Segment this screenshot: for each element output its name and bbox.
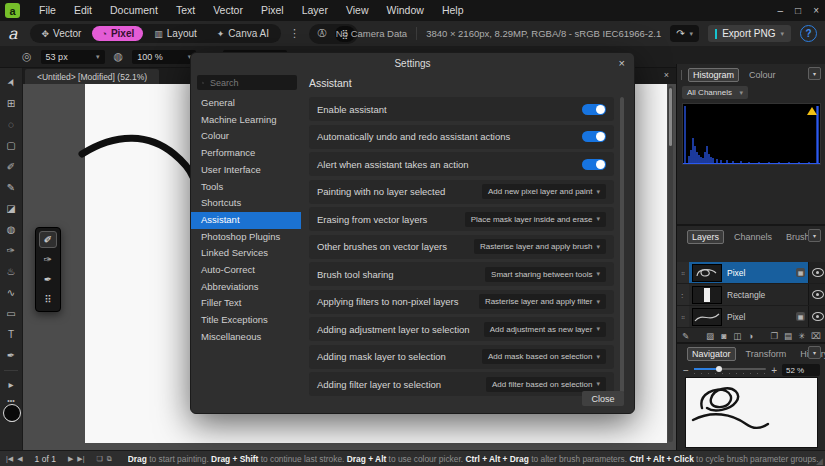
close-icon[interactable]: × <box>813 0 819 21</box>
settings-category-shortcuts[interactable]: Shortcuts <box>191 195 301 212</box>
export-png-button[interactable]: Export PNG ▾ <box>708 25 791 42</box>
settings-category-user-interface[interactable]: User Interface <box>191 162 301 179</box>
navigator-tab-transform[interactable]: Transform <box>742 348 791 360</box>
resize-grip-icon[interactable]: ◢ <box>816 456 823 466</box>
menu-help[interactable]: Help <box>433 0 473 21</box>
setting-dropdown[interactable]: Add filter based on selection▾ <box>486 377 606 392</box>
layer-thumbnail[interactable] <box>692 264 722 282</box>
menu-view[interactable]: View <box>337 0 378 21</box>
setting-dropdown[interactable]: Add new pixel layer and paint▾ <box>482 184 606 199</box>
brush-width-field[interactable]: 53 px▾ <box>41 50 105 64</box>
layers-tab-layers[interactable]: Layers <box>687 230 724 244</box>
persona-pixel[interactable]: ◔Pixel <box>92 26 143 41</box>
erase-tool[interactable]: ◪ <box>0 198 22 218</box>
layer-row-pixel-2[interactable]: ⠶ Pixel ▦ <box>677 306 825 328</box>
toggle-switch[interactable] <box>582 104 606 115</box>
pixel-pencil-tool[interactable]: ✎ <box>0 177 22 197</box>
layer-thumbnail[interactable] <box>692 286 722 304</box>
paint-brush[interactable]: ✐ <box>39 231 57 248</box>
settings-category-linked-services[interactable]: Linked Services <box>191 245 301 262</box>
setting-dropdown[interactable]: Rasterise layer and apply brush▾ <box>474 239 606 254</box>
menu-edit[interactable]: Edit <box>65 0 101 21</box>
histogram-tab-colour[interactable]: Colour <box>745 69 780 81</box>
help-button[interactable]: ? <box>800 25 817 42</box>
colour-picker-tool[interactable]: ✒ <box>0 345 22 365</box>
mask-icon[interactable]: ◙ <box>721 331 726 341</box>
menu-text[interactable]: Text <box>167 0 204 21</box>
setting-dropdown[interactable]: Place mask layer inside and erase▾ <box>465 212 606 227</box>
close-button[interactable]: Close <box>582 391 624 406</box>
menu-window[interactable]: Window <box>378 0 433 21</box>
flood-fill-tool[interactable]: ◍ <box>0 219 22 239</box>
crop-tool[interactable]: ⊞ <box>0 93 22 113</box>
dialog-close-icon[interactable]: × <box>619 57 625 69</box>
setting-dropdown[interactable]: Add adjustment as new layer▾ <box>484 322 606 337</box>
settings-category-colour[interactable]: Colour <box>191 128 301 145</box>
marquee-tool[interactable]: ▢ <box>0 135 22 155</box>
first-page-icon[interactable]: |◀ <box>6 455 13 463</box>
histogram-tab-histogram[interactable]: Histogram <box>688 68 739 82</box>
settings-category-machine-learning[interactable]: Machine Learning <box>191 112 301 129</box>
zoom-in-button[interactable]: + <box>771 365 777 376</box>
move-tool[interactable]: ➤ <box>0 68 25 96</box>
persona-canva-ai[interactable]: ✦Canva AI <box>208 26 278 41</box>
persona-vector[interactable]: ✥Vector <box>33 26 91 41</box>
menu-pixel[interactable]: Pixel <box>252 0 293 21</box>
menu-vector[interactable]: Vector <box>204 0 252 21</box>
shape-tool[interactable]: ▭ <box>0 303 22 323</box>
layer-visibility-toggle[interactable] <box>808 262 825 283</box>
navigator-panel-menu-icon[interactable]: ▾ <box>808 346 821 359</box>
histogram-panel-menu-icon[interactable]: ▾ <box>808 67 821 80</box>
channel-select[interactable]: All Channels ▾ <box>682 86 748 99</box>
layer-visibility-toggle[interactable] <box>808 284 825 305</box>
menu-layer[interactable]: Layer <box>293 0 337 21</box>
fill-colour-swatch[interactable] <box>3 404 21 422</box>
pixel-grid[interactable]: ⠿ <box>39 291 57 308</box>
group-icon[interactable]: ▤ <box>784 331 792 341</box>
smudge-tool[interactable]: ∿ <box>0 282 22 302</box>
gesture-button[interactable]: ↷ ▾ <box>670 25 699 42</box>
previous-page-icon[interactable]: ◀ <box>17 455 22 463</box>
zoom-slider[interactable] <box>694 366 766 374</box>
adjustment-icon[interactable]: ▨ <box>706 331 714 341</box>
layer-row-pixel-1[interactable]: ⠶ Pixel ▦ <box>677 262 825 284</box>
selection-brush-tool[interactable]: ◌ <box>0 114 22 134</box>
canvas-vertical-scrollbar[interactable] <box>668 86 673 442</box>
setting-dropdown[interactable]: Add mask based on selection▾ <box>482 349 606 364</box>
settings-category-tools[interactable]: Tools <box>191 179 301 196</box>
dialog-scrollbar[interactable] <box>620 97 624 397</box>
minimize-icon[interactable]: – <box>778 0 784 21</box>
fx-icon[interactable]: ◑ <box>748 331 753 341</box>
settings-category-abbreviations[interactable]: Abbreviations <box>191 279 301 296</box>
navigator-preview[interactable] <box>686 378 817 447</box>
settings-category-filler-text[interactable]: Filler Text <box>191 295 301 312</box>
settings-category-assistant[interactable]: Assistant <box>191 212 301 229</box>
more-options-icon[interactable]: ⋮ <box>289 27 301 40</box>
menu-document[interactable]: Document <box>101 0 167 21</box>
zoom-out-button[interactable]: − <box>683 365 689 376</box>
settings-search[interactable] <box>197 75 297 90</box>
last-page-icon[interactable]: ▶| <box>77 455 84 463</box>
setting-dropdown[interactable]: Smart sharing between tools▾ <box>485 267 606 282</box>
single-page-icon[interactable]: ❏ <box>96 455 102 463</box>
zoom-percent-field[interactable]: 52 % <box>782 364 820 376</box>
colour-replacement-tool[interactable]: ✑ <box>0 240 22 260</box>
facing-pages-icon[interactable]: ⧉ <box>107 455 112 463</box>
layers-panel-menu-icon[interactable]: ▾ <box>808 229 821 242</box>
delete-layer-icon[interactable]: ⌧ <box>811 331 821 341</box>
blend-options-icon[interactable]: ✳ <box>798 331 805 341</box>
toggle-switch[interactable] <box>582 131 606 142</box>
pointer-a-button[interactable]: Ⓐ <box>312 26 332 42</box>
brush-opacity-field[interactable]: 100 %▾ <box>132 50 196 64</box>
layer-visibility-toggle[interactable] <box>808 306 825 327</box>
settings-category-auto-correct[interactable]: Auto-Correct <box>191 262 301 279</box>
maximize-icon[interactable]: □ <box>795 0 801 21</box>
toggle-switch[interactable] <box>582 159 606 170</box>
live-filter-icon[interactable]: ◫ <box>733 331 741 341</box>
layer-row-rectangle[interactable]: ⡂ Rectangle <box>677 284 825 306</box>
settings-category-title-exceptions[interactable]: Title Exceptions <box>191 312 301 329</box>
persona-layout[interactable]: ▥Layout <box>145 26 206 41</box>
paint-brush-tool[interactable]: ✐ <box>0 156 22 176</box>
edit-icon[interactable]: ✎ <box>682 331 689 341</box>
settings-category-general[interactable]: General <box>191 95 301 112</box>
